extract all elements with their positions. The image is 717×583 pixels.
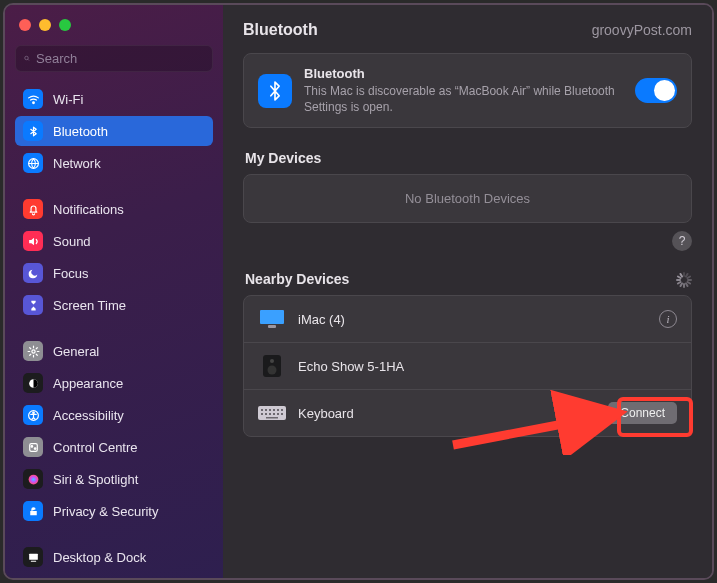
search-icon <box>24 52 30 65</box>
speaker-icon <box>23 231 43 251</box>
bluetooth-title: Bluetooth <box>304 66 623 81</box>
moon-icon <box>23 263 43 283</box>
content-pane: Bluetooth groovyPost.com Bluetooth This … <box>223 5 712 578</box>
sidebar-item-wifi[interactable]: Wi-Fi <box>15 84 213 114</box>
svg-rect-36 <box>266 417 278 419</box>
device-speaker-icon <box>258 355 286 377</box>
siri-icon <box>23 469 43 489</box>
svg-rect-29 <box>281 409 283 411</box>
bluetooth-toggle[interactable] <box>635 78 677 103</box>
sidebar-item-label: Wi-Fi <box>53 92 83 107</box>
sidebar-item-label: Accessibility <box>53 408 124 423</box>
svg-rect-12 <box>29 553 38 559</box>
hand-icon <box>23 501 43 521</box>
dock-icon <box>23 547 43 567</box>
sidebar-item-label: Privacy & Security <box>53 504 158 519</box>
bluetooth-icon <box>23 121 43 141</box>
close-window[interactable] <box>19 19 31 31</box>
help-button[interactable]: ? <box>672 231 692 251</box>
connect-button[interactable]: Connect <box>608 402 677 424</box>
sidebar-item-notifications[interactable]: Notifications <box>15 194 213 224</box>
sidebar-item-label: Desktop & Dock <box>53 550 146 565</box>
svg-rect-19 <box>268 325 276 328</box>
svg-rect-25 <box>265 409 267 411</box>
sidebar-item-label: Sound <box>53 234 91 249</box>
svg-point-7 <box>32 411 34 413</box>
svg-rect-31 <box>265 413 267 415</box>
sidebar-item-focus[interactable]: Focus <box>15 258 213 288</box>
svg-line-1 <box>28 59 29 60</box>
device-row-keyboard[interactable]: KeyboardConnect <box>244 389 691 436</box>
sidebar-item-label: Focus <box>53 266 88 281</box>
sidebar-item-label: Screen Time <box>53 298 126 313</box>
svg-point-11 <box>28 474 38 484</box>
svg-rect-18 <box>260 310 284 324</box>
svg-point-9 <box>31 445 33 447</box>
sidebar-item-controlcentre[interactable]: Control Centre <box>15 432 213 462</box>
sidebar-item-network[interactable]: Network <box>15 148 213 178</box>
sidebar-item-label: Notifications <box>53 202 124 217</box>
device-row-imac[interactable]: iMac (4)i <box>244 296 691 342</box>
sidebar-item-general[interactable]: General <box>15 336 213 366</box>
sidebar-item-label: General <box>53 344 99 359</box>
svg-rect-8 <box>29 443 37 451</box>
svg-point-10 <box>34 447 36 449</box>
appearance-icon <box>23 373 43 393</box>
globe-icon <box>23 153 43 173</box>
svg-rect-13 <box>30 560 35 561</box>
sidebar-item-label: Appearance <box>53 376 123 391</box>
minimize-window[interactable] <box>39 19 51 31</box>
search-field[interactable] <box>15 45 213 72</box>
bluetooth-icon <box>258 74 292 108</box>
bluetooth-status-panel: Bluetooth This Mac is discoverable as “M… <box>243 53 692 128</box>
window-controls <box>15 13 213 45</box>
device-keyboard-icon <box>258 402 286 424</box>
svg-point-2 <box>32 101 34 103</box>
nearby-devices-list: iMac (4)iEcho Show 5-1HAKeyboardConnect <box>243 295 692 437</box>
watermark: groovyPost.com <box>592 22 692 38</box>
sidebar-item-accessibility[interactable]: Accessibility <box>15 400 213 430</box>
sidebar-item-privacy[interactable]: Privacy & Security <box>15 496 213 526</box>
sidebar-item-appearance[interactable]: Appearance <box>15 368 213 398</box>
my-devices-heading: My Devices <box>245 150 690 166</box>
svg-rect-32 <box>269 413 271 415</box>
svg-rect-26 <box>269 409 271 411</box>
svg-rect-24 <box>261 409 263 411</box>
svg-rect-27 <box>273 409 275 411</box>
sidebar-item-sound[interactable]: Sound <box>15 226 213 256</box>
device-row-echo[interactable]: Echo Show 5-1HA <box>244 342 691 389</box>
sidebar-item-bluetooth[interactable]: Bluetooth <box>15 116 213 146</box>
sidebar-item-label: Network <box>53 156 101 171</box>
svg-point-21 <box>270 359 274 363</box>
svg-rect-35 <box>281 413 283 415</box>
search-input[interactable] <box>36 51 204 66</box>
sidebar: Wi-FiBluetoothNetworkNotificationsSoundF… <box>5 5 223 578</box>
svg-rect-28 <box>277 409 279 411</box>
sidebar-item-label: Siri & Spotlight <box>53 472 138 487</box>
page-title: Bluetooth <box>243 21 318 39</box>
sidebar-item-siri[interactable]: Siri & Spotlight <box>15 464 213 494</box>
svg-point-22 <box>268 366 277 375</box>
bluetooth-description: This Mac is discoverable as “MacBook Air… <box>304 83 623 115</box>
device-label: Echo Show 5-1HA <box>298 359 677 374</box>
device-info-button[interactable]: i <box>659 310 677 328</box>
my-devices-list: No Bluetooth Devices <box>243 174 692 223</box>
hourglass-icon <box>23 295 43 315</box>
accessibility-icon <box>23 405 43 425</box>
sidebar-item-label: Control Centre <box>53 440 138 455</box>
device-label: iMac (4) <box>298 312 647 327</box>
sidebar-item-screentime[interactable]: Screen Time <box>15 290 213 320</box>
svg-point-4 <box>31 349 34 352</box>
zoom-window[interactable] <box>59 19 71 31</box>
wifi-icon <box>23 89 43 109</box>
sidebar-item-desktop[interactable]: Desktop & Dock <box>15 542 213 572</box>
svg-point-0 <box>25 56 29 60</box>
bell-icon <box>23 199 43 219</box>
nearby-devices-heading: Nearby Devices <box>245 271 349 287</box>
sidebar-item-label: Bluetooth <box>53 124 108 139</box>
sidebar-item-displays[interactable]: Displays <box>15 574 213 578</box>
device-label: Keyboard <box>298 406 596 421</box>
svg-rect-33 <box>273 413 275 415</box>
gear-icon <box>23 341 43 361</box>
svg-rect-34 <box>277 413 279 415</box>
